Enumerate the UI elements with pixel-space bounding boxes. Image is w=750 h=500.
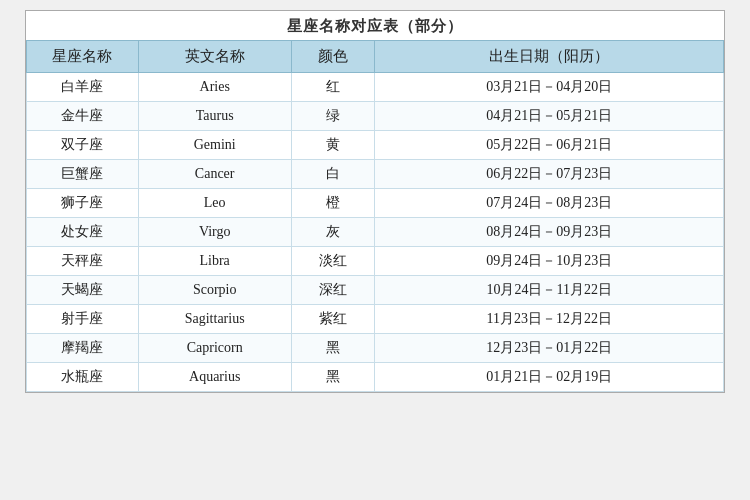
cell-name_en: Taurus (138, 102, 291, 131)
cell-date: 09月24日－10月23日 (375, 247, 724, 276)
table-row: 射手座Sagittarius紫红11月23日－12月22日 (27, 305, 724, 334)
table-row: 摩羯座Capricorn黑12月23日－01月22日 (27, 334, 724, 363)
cell-name_cn: 双子座 (27, 131, 139, 160)
cell-name_en: Capricorn (138, 334, 291, 363)
table-header-row: 星座名称 英文名称 颜色 出生日期（阳历） (27, 41, 724, 73)
cell-name_en: Libra (138, 247, 291, 276)
page-title: 星座名称对应表（部分） (26, 11, 724, 40)
table-row: 天蝎座Scorpio深红10月24日－11月22日 (27, 276, 724, 305)
cell-name_en: Gemini (138, 131, 291, 160)
cell-date: 07月24日－08月23日 (375, 189, 724, 218)
cell-name_en: Cancer (138, 160, 291, 189)
zodiac-table: 星座名称 英文名称 颜色 出生日期（阳历） 白羊座Aries红03月21日－04… (26, 40, 724, 392)
cell-color: 深红 (291, 276, 375, 305)
table-row: 双子座Gemini黄05月22日－06月21日 (27, 131, 724, 160)
cell-name_cn: 水瓶座 (27, 363, 139, 392)
table-row: 白羊座Aries红03月21日－04月20日 (27, 73, 724, 102)
cell-date: 06月22日－07月23日 (375, 160, 724, 189)
main-container: 星座名称对应表（部分） 星座名称 英文名称 颜色 出生日期（阳历） 白羊座Ari… (25, 10, 725, 393)
cell-name_cn: 巨蟹座 (27, 160, 139, 189)
cell-color: 紫红 (291, 305, 375, 334)
cell-name_en: Aries (138, 73, 291, 102)
header-name-en: 英文名称 (138, 41, 291, 73)
cell-name_cn: 处女座 (27, 218, 139, 247)
table-row: 狮子座Leo橙07月24日－08月23日 (27, 189, 724, 218)
cell-name_cn: 摩羯座 (27, 334, 139, 363)
table-row: 天秤座Libra淡红09月24日－10月23日 (27, 247, 724, 276)
cell-color: 淡红 (291, 247, 375, 276)
cell-color: 橙 (291, 189, 375, 218)
cell-date: 10月24日－11月22日 (375, 276, 724, 305)
cell-color: 灰 (291, 218, 375, 247)
cell-name_en: Leo (138, 189, 291, 218)
table-row: 处女座Virgo灰08月24日－09月23日 (27, 218, 724, 247)
cell-color: 黑 (291, 334, 375, 363)
cell-date: 04月21日－05月21日 (375, 102, 724, 131)
cell-color: 黄 (291, 131, 375, 160)
cell-date: 01月21日－02月19日 (375, 363, 724, 392)
table-row: 巨蟹座Cancer白06月22日－07月23日 (27, 160, 724, 189)
cell-name_cn: 白羊座 (27, 73, 139, 102)
cell-name_cn: 金牛座 (27, 102, 139, 131)
cell-name_cn: 天秤座 (27, 247, 139, 276)
cell-color: 绿 (291, 102, 375, 131)
cell-name_en: Virgo (138, 218, 291, 247)
table-row: 水瓶座Aquarius黑01月21日－02月19日 (27, 363, 724, 392)
cell-date: 11月23日－12月22日 (375, 305, 724, 334)
cell-date: 12月23日－01月22日 (375, 334, 724, 363)
cell-color: 黑 (291, 363, 375, 392)
cell-name_en: Sagittarius (138, 305, 291, 334)
header-color: 颜色 (291, 41, 375, 73)
cell-color: 白 (291, 160, 375, 189)
cell-date: 08月24日－09月23日 (375, 218, 724, 247)
cell-name_en: Aquarius (138, 363, 291, 392)
cell-name_en: Scorpio (138, 276, 291, 305)
cell-date: 05月22日－06月21日 (375, 131, 724, 160)
table-row: 金牛座Taurus绿04月21日－05月21日 (27, 102, 724, 131)
cell-name_cn: 天蝎座 (27, 276, 139, 305)
table-body: 白羊座Aries红03月21日－04月20日金牛座Taurus绿04月21日－0… (27, 73, 724, 392)
cell-name_cn: 狮子座 (27, 189, 139, 218)
cell-date: 03月21日－04月20日 (375, 73, 724, 102)
header-name-cn: 星座名称 (27, 41, 139, 73)
cell-color: 红 (291, 73, 375, 102)
cell-name_cn: 射手座 (27, 305, 139, 334)
header-date: 出生日期（阳历） (375, 41, 724, 73)
